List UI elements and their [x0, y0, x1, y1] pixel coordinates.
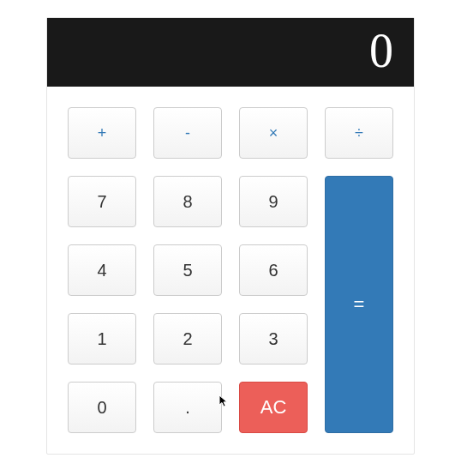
display: 0	[47, 18, 414, 87]
subtract-button[interactable]: -	[153, 107, 222, 159]
equals-button[interactable]: =	[325, 176, 393, 433]
decimal-button[interactable]: .	[153, 382, 222, 433]
digit-9-button[interactable]: 9	[239, 176, 308, 227]
digit-2-button[interactable]: 2	[153, 313, 222, 365]
add-button[interactable]: +	[68, 107, 136, 159]
divide-button[interactable]: ÷	[325, 107, 393, 159]
multiply-button[interactable]: ×	[239, 107, 308, 159]
digit-8-button[interactable]: 8	[153, 176, 222, 227]
clear-button[interactable]: AC	[239, 382, 308, 433]
digit-7-button[interactable]: 7	[68, 176, 136, 227]
digit-3-button[interactable]: 3	[239, 313, 308, 365]
keypad: + - × ÷ 7 8 9 = 4 5 6 1 2 3 0 . AC	[47, 87, 414, 454]
digit-0-button[interactable]: 0	[68, 382, 136, 433]
digit-6-button[interactable]: 6	[239, 244, 308, 296]
digit-1-button[interactable]: 1	[68, 313, 136, 365]
digit-4-button[interactable]: 4	[68, 244, 136, 296]
digit-5-button[interactable]: 5	[153, 244, 222, 296]
calculator: 0 + - × ÷ 7 8 9 = 4 5 6 1 2 3 0 . AC	[46, 17, 415, 455]
